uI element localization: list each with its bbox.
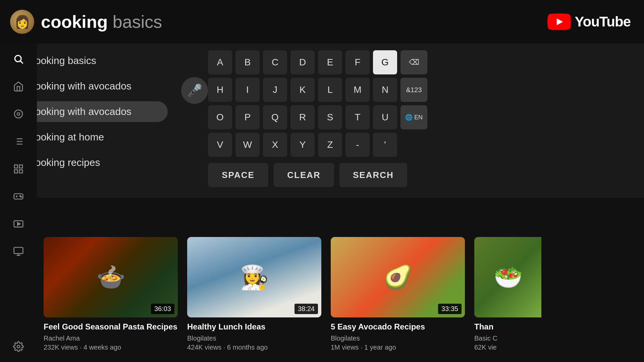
key-S[interactable]: S xyxy=(318,105,342,129)
svg-point-0 xyxy=(15,55,21,62)
search-button[interactable]: SEARCH xyxy=(339,163,407,187)
key-I[interactable]: I xyxy=(235,78,260,102)
svg-marker-18 xyxy=(17,223,20,225)
kb-row-4: V W X Y Z - ' xyxy=(208,133,427,157)
key-V[interactable]: V xyxy=(208,133,232,157)
voice-button[interactable]: 🎤 xyxy=(181,77,208,104)
sidebar-item-library[interactable] xyxy=(10,160,27,178)
subscriptions-icon xyxy=(13,219,24,229)
backspace-key[interactable]: ⌫ xyxy=(400,50,427,74)
suggestion-text-2: cooking with avocados xyxy=(30,106,131,117)
title-light: basics xyxy=(113,12,162,32)
sidebar-item-explore[interactable] xyxy=(10,105,27,123)
home-icon xyxy=(13,81,24,92)
key-U[interactable]: U xyxy=(373,105,397,129)
key-T[interactable]: T xyxy=(345,105,370,129)
key-Y[interactable]: Y xyxy=(290,133,315,157)
video-info-2: 5 Easy Avocado Recipes Blogilates 1M vie… xyxy=(331,317,465,355)
video-channel-1: Blogilates xyxy=(187,335,321,342)
svg-line-1 xyxy=(20,61,23,63)
svg-rect-12 xyxy=(19,170,22,173)
video-duration-2: 33:35 xyxy=(438,304,462,314)
svg-point-3 xyxy=(17,113,20,115)
svg-rect-19 xyxy=(14,247,23,254)
video-channel-0: Rachel Ama xyxy=(44,335,178,342)
avatar[interactable]: 👩 xyxy=(10,10,34,34)
video-card-1[interactable]: 👩‍🍳 38:24 Healthy Lunch Ideas Blogilates… xyxy=(187,237,321,355)
key-F[interactable]: F xyxy=(345,50,370,74)
space-button[interactable]: SPACE xyxy=(208,163,268,187)
gaming-icon xyxy=(13,191,24,202)
sidebar-item-search[interactable] xyxy=(10,50,27,68)
suggestion-text-3: cooking at home xyxy=(30,131,104,143)
svg-point-22 xyxy=(17,345,20,348)
key-numbers[interactable]: &123 xyxy=(400,78,427,102)
key-W[interactable]: W xyxy=(235,133,260,157)
video-channel-3: Basic C xyxy=(474,335,541,342)
video-duration-0: 36:03 xyxy=(151,304,174,314)
key-dash[interactable]: - xyxy=(345,133,370,157)
key-R[interactable]: R xyxy=(290,105,315,129)
microphone-icon: 🎤 xyxy=(187,83,202,98)
key-A[interactable]: A xyxy=(208,50,232,74)
video-duration-1: 38:24 xyxy=(294,304,318,314)
clear-button[interactable]: CLEAR xyxy=(274,163,334,187)
video-card-2[interactable]: 🥑 33:35 5 Easy Avocado Recipes Blogilate… xyxy=(331,237,465,355)
sidebar-item-subscriptions[interactable] xyxy=(10,215,27,233)
key-Z[interactable]: Z xyxy=(318,133,342,157)
kb-row-3: O P Q R S T U 🌐 EN xyxy=(208,105,427,129)
key-B[interactable]: B xyxy=(235,50,260,74)
key-language[interactable]: 🌐 EN xyxy=(400,105,427,129)
key-P[interactable]: P xyxy=(235,105,260,129)
key-apostrophe[interactable]: ' xyxy=(373,133,397,157)
key-M[interactable]: M xyxy=(345,78,370,102)
youtube-icon xyxy=(547,13,571,30)
video-info-0: Feel Good Seasonal Pasta Recipes Rachel … xyxy=(44,317,178,355)
search-query-title: cooking basics xyxy=(41,12,162,32)
key-C[interactable]: C xyxy=(263,50,287,74)
sidebar-item-history[interactable] xyxy=(10,243,27,260)
sidebar-item-settings[interactable] xyxy=(10,338,27,355)
key-E[interactable]: E xyxy=(318,50,342,74)
youtube-text: YouTube xyxy=(575,14,631,30)
kb-row-2: H I J K L M N &123 xyxy=(208,78,427,102)
queue-icon xyxy=(13,136,24,147)
key-H[interactable]: H xyxy=(208,78,232,102)
sidebar-item-queue[interactable] xyxy=(10,133,27,150)
video-thumbnail-1: 👩‍🍳 38:24 xyxy=(187,237,321,317)
video-card-0[interactable]: 🍲 36:03 Feel Good Seasonal Pasta Recipes… xyxy=(44,237,178,355)
video-meta-1: 424K views · 6 months ago xyxy=(187,344,321,351)
video-meta-2: 1M views · 1 year ago xyxy=(331,344,465,351)
key-N[interactable]: N xyxy=(373,78,397,102)
history-icon xyxy=(13,246,24,257)
videos-row: 🍲 36:03 Feel Good Seasonal Pasta Recipes… xyxy=(37,221,644,362)
video-thumbnail-3: 🥗 xyxy=(474,237,541,317)
video-title-2: 5 Easy Avocado Recipes xyxy=(331,321,465,332)
key-K[interactable]: K xyxy=(290,78,315,102)
svg-point-2 xyxy=(14,110,22,118)
key-L[interactable]: L xyxy=(318,78,342,102)
video-meta-3: 62K vie xyxy=(474,344,541,351)
video-thumbnail-2: 🥑 33:35 xyxy=(331,237,465,317)
key-J[interactable]: J xyxy=(263,78,287,102)
key-D[interactable]: D xyxy=(290,50,315,74)
sidebar-item-gaming[interactable] xyxy=(10,188,27,205)
key-Q[interactable]: Q xyxy=(263,105,287,129)
title-bold: cooking xyxy=(41,12,113,32)
kb-row-1: A B C D E F G ⌫ xyxy=(208,50,427,74)
sidebar xyxy=(0,44,37,362)
key-O[interactable]: O xyxy=(208,105,232,129)
dropdown-panel: ↺ cooking basics ↺ cooking with avocados… xyxy=(0,44,644,198)
svg-rect-11 xyxy=(19,165,22,168)
youtube-logo: YouTube xyxy=(547,13,631,30)
video-card-3[interactable]: 🥗 Than Basic C 62K vie xyxy=(474,237,541,355)
video-title-0: Feel Good Seasonal Pasta Recipes xyxy=(44,321,178,332)
svg-rect-13 xyxy=(14,170,17,173)
video-info-1: Healthy Lunch Ideas Blogilates 424K view… xyxy=(187,317,321,355)
header-left: 👩 cooking basics xyxy=(10,10,162,34)
key-G[interactable]: G xyxy=(373,50,397,74)
explore-icon xyxy=(13,109,24,119)
key-X[interactable]: X xyxy=(263,133,287,157)
suggestion-text-4: cooking recipes xyxy=(30,157,100,168)
sidebar-item-home[interactable] xyxy=(10,78,27,95)
